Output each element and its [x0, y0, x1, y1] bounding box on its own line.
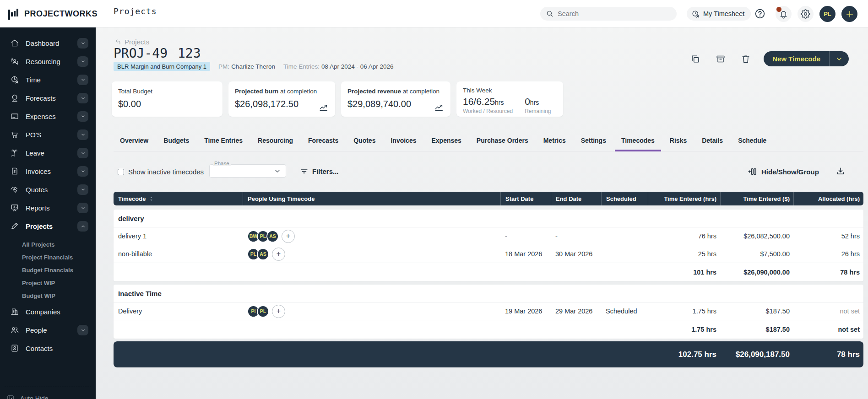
sidebar-item-projects[interactable]: Projects — [0, 220, 96, 232]
sidebar-item-invoices[interactable]: Invoices — [0, 165, 96, 178]
trend-chart-icon[interactable] — [434, 102, 444, 112]
download-button[interactable] — [836, 167, 845, 176]
top-header: PROJECTWORKS Projects Search My Timeshee… — [0, 0, 868, 27]
hide-show-group-button[interactable]: Hide/Show/Group — [748, 167, 819, 176]
delete-project-button[interactable] — [741, 54, 751, 64]
sidebar-item-label: Companies — [26, 308, 60, 316]
sidebar-subitem-project-wip[interactable]: Project WIP — [0, 276, 96, 289]
column-header-allocated-hrs[interactable]: Allocated (hrs) — [793, 192, 863, 205]
chevron-down-icon[interactable] — [77, 56, 88, 67]
sidebar-item-contacts[interactable]: Contacts — [0, 342, 96, 355]
chevron-down-icon[interactable] — [77, 129, 88, 140]
chevron-down-icon[interactable] — [77, 325, 88, 335]
tab-settings[interactable]: Settings — [575, 137, 613, 151]
company-tag[interactable]: BLR Margin and Burn Company 1 — [114, 62, 210, 71]
create-new-button[interactable] — [841, 6, 857, 22]
chevron-down-icon[interactable] — [77, 38, 88, 49]
avatar[interactable]: AS — [257, 248, 269, 260]
sidebar-item-companies[interactable]: Companies — [0, 305, 96, 318]
trend-chart-icon[interactable] — [319, 102, 329, 112]
chevron-down-icon[interactable] — [77, 184, 88, 195]
sidebar: DashboardResourcingTimeForecastsExpenses… — [0, 27, 96, 399]
tab-resourcing[interactable]: Resourcing — [251, 137, 299, 151]
tab-time-entries[interactable]: Time Entries — [198, 137, 249, 151]
sidebar-item-time[interactable]: Time — [0, 73, 96, 86]
pm-name: Charlize Theron — [231, 63, 275, 70]
tab-schedule[interactable]: Schedule — [732, 137, 773, 151]
column-header-end-date[interactable]: End Date — [551, 192, 601, 205]
tab-quotes[interactable]: Quotes — [347, 137, 382, 151]
chevron-down-icon[interactable] — [830, 55, 849, 63]
timecode-cell[interactable]: non-billable — [114, 245, 243, 263]
timecode-cell[interactable]: Delivery — [114, 302, 243, 320]
column-header-time-entered-hrs[interactable]: Time Entered (hrs) — [648, 192, 720, 205]
show-inactive-checkbox-wrap[interactable]: Show inactive timecodes — [118, 168, 204, 176]
column-header-timecode[interactable]: Timecode — [114, 192, 243, 205]
sidebar-item-leave[interactable]: Leave — [0, 146, 96, 159]
allocated-cell: 52 hrs — [793, 227, 863, 245]
search-input[interactable]: Search — [540, 7, 677, 21]
tab-timecodes[interactable]: Timecodes — [615, 137, 661, 151]
sidebar-item-auto-hide[interactable]: Auto Hide — [0, 392, 96, 399]
tab-details[interactable]: Details — [695, 137, 729, 151]
column-header-time-entered[interactable]: Time Entered ($) — [720, 192, 793, 205]
worked-resourced-value: 16/6.25hrs — [463, 96, 513, 107]
tab-budgets[interactable]: Budgets — [157, 137, 195, 151]
help-button[interactable] — [753, 7, 767, 21]
start-date-cell: 18 Mar 2026 — [500, 245, 551, 263]
table-row[interactable]: DeliveryPIPL+19 Mar 202629 Mar 2026Sched… — [114, 302, 863, 320]
new-timecode-button[interactable]: New Timecode — [764, 51, 849, 66]
add-person-button[interactable]: + — [282, 230, 295, 243]
breadcrumb-label: Projects — [125, 38, 149, 46]
my-timesheet-button[interactable]: My Timesheet — [687, 7, 751, 21]
tab-invoices[interactable]: Invoices — [384, 137, 423, 151]
total-allocated: 78 hrs — [793, 341, 863, 367]
tab-expenses[interactable]: Expenses — [425, 137, 467, 151]
breadcrumb[interactable]: Projects — [114, 38, 149, 46]
sidebar-item-resourcing[interactable]: Resourcing — [0, 55, 96, 68]
table-row[interactable]: non-billablePLAS+18 Mar 202630 Mar 20262… — [114, 245, 863, 263]
sidebar-item-people[interactable]: People — [0, 324, 96, 336]
avatar[interactable]: PL — [257, 305, 269, 318]
sidebar-subitem-all-projects[interactable]: All Projects — [0, 238, 96, 251]
table-row[interactable]: delivery 1BWPLAS+--76 hrs$26,082,500.005… — [114, 227, 863, 245]
chevron-down-icon[interactable] — [77, 93, 88, 103]
avatar[interactable]: AS — [266, 230, 279, 243]
notifications-button[interactable] — [776, 6, 792, 22]
sidebar-subitem-budget-financials[interactable]: Budget Financials — [0, 264, 96, 276]
tab-purchase-orders[interactable]: Purchase Orders — [470, 137, 535, 151]
sidebar-item-expenses[interactable]: Expenses — [0, 110, 96, 123]
sidebar-item-quotes[interactable]: Quotes — [0, 183, 96, 196]
sidebar-item-dashboard[interactable]: Dashboard — [0, 37, 96, 49]
sidebar-item-forecasts[interactable]: Forecasts — [0, 92, 96, 104]
add-person-button[interactable]: + — [272, 248, 285, 261]
show-inactive-checkbox[interactable] — [118, 169, 124, 175]
chevron-up-icon[interactable] — [77, 221, 88, 232]
column-header-scheduled[interactable]: Scheduled — [601, 192, 648, 205]
phase-select[interactable] — [209, 164, 286, 178]
tab-overview[interactable]: Overview — [114, 137, 155, 151]
user-avatar[interactable]: PL — [819, 6, 835, 22]
sidebar-item-reports[interactable]: Reports — [0, 201, 96, 214]
timecode-cell[interactable]: delivery 1 — [114, 227, 243, 245]
sidebar-item-po-s[interactable]: PO'S — [0, 128, 96, 141]
settings-button[interactable] — [797, 6, 814, 22]
column-header-people-using-timecode[interactable]: People Using Timecode — [243, 192, 500, 205]
chevron-down-icon[interactable] — [77, 203, 88, 213]
sidebar-item-label: Quotes — [26, 186, 48, 194]
add-person-button[interactable]: + — [272, 305, 285, 318]
column-header-start-date[interactable]: Start Date — [500, 192, 551, 205]
copy-project-button[interactable] — [690, 54, 700, 64]
chevron-down-icon[interactable] — [77, 75, 88, 85]
archive-project-button[interactable] — [716, 54, 726, 64]
sidebar-subitem-project-financials[interactable]: Project Financials — [0, 251, 96, 264]
tab-forecasts[interactable]: Forecasts — [302, 137, 345, 151]
filters-button[interactable]: Filters... — [300, 167, 339, 176]
tab-risks[interactable]: Risks — [663, 137, 693, 151]
chevron-down-icon[interactable] — [77, 148, 88, 158]
sidebar-subitem-budget-wip[interactable]: Budget WIP — [0, 289, 96, 302]
chevron-down-icon[interactable] — [77, 166, 88, 177]
tab-metrics[interactable]: Metrics — [537, 137, 572, 151]
time-entered-hrs-cell: 25 hrs — [648, 245, 720, 263]
chevron-down-icon[interactable] — [77, 111, 88, 122]
